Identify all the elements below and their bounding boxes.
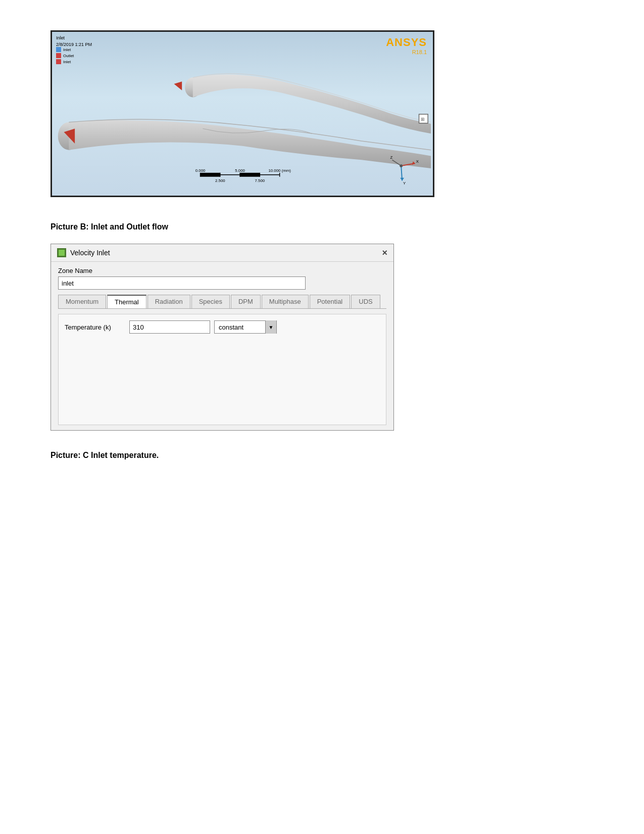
viewport-title: Inlet: [56, 35, 92, 41]
tab-multiphase[interactable]: Multiphase: [262, 295, 309, 308]
legend-label-inlet2: Inlet: [63, 60, 71, 64]
dialog-body: Zone Name Momentum Thermal Radiation Spe…: [51, 262, 393, 430]
caption-c: Picture: C Inlet temperature.: [51, 451, 593, 460]
svg-text:10.000 (mm): 10.000 (mm): [268, 168, 291, 173]
svg-text:7.500: 7.500: [255, 178, 265, 183]
constant-dropdown[interactable]: constant ▼: [214, 320, 277, 334]
svg-rect-11: [240, 173, 260, 177]
legend-color-outlet: [56, 53, 61, 58]
dialog-app-icon: [57, 248, 66, 257]
svg-rect-10: [201, 173, 220, 177]
viewport-legend: Inlet Outlet Inlet: [56, 47, 74, 65]
legend-label-outlet: Outlet: [63, 54, 74, 58]
caption-b: Picture B: Inlet and Outlet flow: [51, 222, 593, 231]
dialog-icon-inner: [59, 250, 65, 256]
velocity-inlet-dialog: Velocity Inlet × Zone Name Momentum Ther…: [51, 244, 394, 431]
svg-text:⊞: ⊞: [421, 117, 425, 122]
dropdown-arrow-icon[interactable]: ▼: [265, 320, 276, 334]
legend-item-inlet2: Inlet: [56, 59, 74, 64]
svg-text:X: X: [416, 159, 419, 164]
viewport-header: Inlet 2/8/2019 1:21 PM: [56, 35, 92, 48]
tab-content-thermal: Temperature (k) constant ▼: [58, 314, 386, 425]
zone-name-input[interactable]: [58, 276, 306, 290]
tab-uds[interactable]: UDS: [351, 295, 380, 308]
svg-text:2.500: 2.500: [215, 178, 225, 183]
tab-potential[interactable]: Potential: [310, 295, 351, 308]
ansys-brand: ANSYS: [386, 36, 427, 49]
zone-name-label: Zone Name: [58, 267, 386, 274]
legend-item-outlet: Outlet: [56, 53, 74, 58]
dialog-titlebar: Velocity Inlet ×: [51, 244, 393, 262]
dialog-close-button[interactable]: ×: [382, 248, 387, 257]
legend-color-inlet2: [56, 59, 61, 64]
tabs-row: Momentum Thermal Radiation Species DPM M…: [58, 295, 386, 309]
temperature-label: Temperature (k): [65, 323, 125, 331]
ansys-logo: ANSYS R18.1: [386, 36, 427, 55]
dropdown-selected-value: constant: [215, 322, 265, 332]
svg-marker-3: [174, 81, 182, 90]
temperature-field-row: Temperature (k) constant ▼: [65, 320, 380, 334]
ansys-version: R18.1: [386, 49, 427, 55]
dialog-title-text: Velocity Inlet: [70, 249, 110, 257]
legend-label-inlet: Inlet: [63, 48, 71, 52]
legend-color-inlet: [56, 47, 61, 52]
tab-thermal[interactable]: Thermal: [107, 295, 146, 308]
svg-text:Z: Z: [390, 155, 393, 160]
tab-species[interactable]: Species: [191, 295, 230, 308]
temperature-input[interactable]: [129, 320, 210, 334]
svg-point-25: [400, 164, 403, 167]
svg-text:0.000: 0.000: [195, 168, 206, 173]
tab-dpm[interactable]: DPM: [231, 295, 261, 308]
tab-radiation[interactable]: Radiation: [147, 295, 190, 308]
dialog-title-left: Velocity Inlet: [57, 248, 110, 257]
svg-text:Y: Y: [403, 181, 406, 186]
svg-text:5.000: 5.000: [235, 168, 245, 173]
tab-momentum[interactable]: Momentum: [58, 295, 106, 308]
legend-item-inlet: Inlet: [56, 47, 74, 52]
ansys-viewport: 0.000 2.500 5.000 7.500 10.000 (mm) Z X …: [51, 30, 434, 197]
svg-marker-20: [400, 178, 404, 181]
